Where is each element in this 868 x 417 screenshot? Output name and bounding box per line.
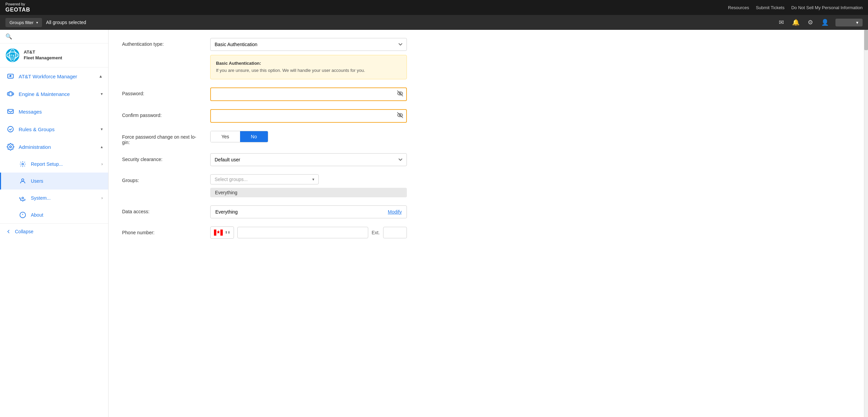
confirm-password-wrap <box>210 109 407 123</box>
sidebar: 🔍 AT&T AT&T Fleet Management AT&T Workfo… <box>0 30 108 417</box>
svg-text:AT&T: AT&T <box>8 54 17 57</box>
top-nav-links: Resources Submit Tickets Do Not Sell My … <box>728 5 863 10</box>
password-row: Password: <box>122 87 854 101</box>
groups-filter-label: Groups filter <box>9 20 34 25</box>
svg-point-17 <box>22 179 24 181</box>
no-button[interactable]: No <box>240 131 268 142</box>
svg-point-14 <box>8 126 14 132</box>
auth-type-select[interactable]: Basic Authentication MyGeotab SAML <box>210 38 407 51</box>
sidebar-subitem-system[interactable]: System... › <box>0 190 108 206</box>
force-password-toggle: Yes No <box>210 131 268 142</box>
workforce-icon <box>6 72 15 80</box>
engine-chevron-icon: ▾ <box>101 92 103 96</box>
sidebar-item-workforce[interactable]: AT&T Workforce Manager ▲ <box>0 67 108 85</box>
geotab-logo: Powered by GEOTAB <box>5 2 30 13</box>
password-eye-icon[interactable] <box>397 90 403 98</box>
sidebar-item-rules[interactable]: Rules & Groups ▾ <box>0 120 108 138</box>
groups-dropdown-arrow-icon: ▾ <box>312 177 314 182</box>
groups-filter-chevron: ▾ <box>36 21 38 24</box>
password-input[interactable] <box>210 87 407 101</box>
data-access-display: Everything Modify <box>210 205 407 218</box>
country-code-arrows: ⬆⬇ <box>225 231 230 234</box>
svg-point-15 <box>9 146 12 148</box>
confirm-password-eye-icon[interactable] <box>397 112 403 120</box>
sidebar-item-workforce-label: AT&T Workforce Manager <box>19 74 95 79</box>
rules-icon <box>6 125 15 133</box>
user-icon-button[interactable]: 👤 <box>820 17 830 27</box>
svg-point-16 <box>22 163 24 165</box>
att-logo-icon: AT&T <box>5 48 20 62</box>
sidebar-subitem-about-label: About <box>31 212 103 218</box>
about-icon <box>19 211 27 219</box>
groups-select-button[interactable]: Select groups... ▾ <box>210 174 319 184</box>
sidebar-item-admin[interactable]: Administration ▴ <box>0 138 108 156</box>
sidebar-subitem-users[interactable]: Users <box>0 173 108 190</box>
main-content: Authentication type: Basic Authenticatio… <box>108 30 868 417</box>
all-groups-text: All groups selected <box>46 20 86 25</box>
svg-rect-30 <box>220 230 223 236</box>
mail-icon-button[interactable]: ✉ <box>777 17 785 27</box>
groups-placeholder: Select groups... <box>215 177 312 182</box>
sidebar-search: 🔍 <box>0 30 108 43</box>
info-box-title: Basic Authentication: <box>216 61 261 66</box>
phone-country-selector[interactable]: ⬆⬇ <box>210 226 234 239</box>
svg-line-24 <box>397 91 403 96</box>
force-password-row: Force password change on next lo-gin: Ye… <box>122 131 854 145</box>
confirm-password-control <box>210 109 407 123</box>
phone-number-label: Phone number: <box>122 226 203 235</box>
svg-point-6 <box>9 75 12 77</box>
phone-number-input[interactable] <box>237 227 368 238</box>
submit-tickets-link[interactable]: Submit Tickets <box>756 5 785 10</box>
scroll-indicator[interactable] <box>864 30 868 417</box>
user-dropdown-button[interactable]: ▾ <box>835 19 863 26</box>
password-control <box>210 87 407 101</box>
force-password-control: Yes No <box>210 131 407 142</box>
yes-button[interactable]: Yes <box>211 131 240 142</box>
gear-icon-button[interactable]: ⚙ <box>806 17 814 27</box>
auth-type-control: Basic Authentication MyGeotab SAML Basic… <box>210 38 407 79</box>
bell-icon-button[interactable]: 🔔 <box>791 17 801 27</box>
svg-rect-8 <box>9 92 12 96</box>
security-clearance-select[interactable]: Default user Administrator View Only <box>210 153 407 166</box>
system-icon <box>19 194 27 202</box>
sidebar-item-engine[interactable]: Engine & Maintenance ▾ <box>0 85 108 103</box>
top-nav-left: Powered by GEOTAB <box>5 2 30 13</box>
force-password-label: Force password change on next lo-gin: <box>122 131 203 145</box>
rules-chevron-icon: ▾ <box>101 127 103 132</box>
svg-rect-29 <box>214 230 216 236</box>
sidebar-subitem-about[interactable]: About <box>0 206 108 223</box>
confirm-password-label: Confirm password: <box>122 109 203 118</box>
sidebar-item-engine-label: Engine & Maintenance <box>19 91 97 97</box>
svg-line-27 <box>397 112 403 118</box>
sidebar-subitem-report-setup[interactable]: Report Setup... › <box>0 156 108 173</box>
collapse-button[interactable]: Collapse <box>0 223 108 239</box>
collapse-icon <box>5 229 12 235</box>
resources-link[interactable]: Resources <box>728 5 749 10</box>
data-access-label: Data access: <box>122 205 203 214</box>
sidebar-item-messages[interactable]: Messages <box>0 103 108 120</box>
auth-type-label: Authentication type: <box>122 38 203 47</box>
do-not-sell-link[interactable]: Do Not Sell My Personal Information <box>791 5 863 10</box>
collapse-label: Collapse <box>15 229 33 234</box>
group-tag-everything: Everything <box>210 188 407 197</box>
logo-text: AT&T Fleet Management <box>24 49 62 61</box>
groups-control: Select groups... ▾ Everything <box>210 174 407 197</box>
engine-icon <box>6 90 15 98</box>
info-box-description: If you are unsure, use this option. We w… <box>216 68 365 73</box>
powered-by-label: Powered by <box>5 2 30 6</box>
modify-link[interactable]: Modify <box>388 209 402 215</box>
users-icon <box>19 177 27 185</box>
sidebar-subitem-report-setup-label: Report Setup... <box>31 161 97 167</box>
user-name <box>840 20 854 25</box>
sidebar-item-admin-label: Administration <box>19 144 97 150</box>
groups-filter-button[interactable]: Groups filter ▾ <box>5 18 42 27</box>
phone-ext-input[interactable] <box>383 227 407 238</box>
sidebar-subitem-system-label: System... <box>31 195 97 201</box>
search-icon: 🔍 <box>5 33 12 40</box>
auth-type-row: Authentication type: Basic Authenticatio… <box>122 38 854 79</box>
confirm-password-input[interactable] <box>210 109 407 123</box>
phone-wrap: ⬆⬇ Ext. <box>210 226 407 239</box>
admin-chevron-icon: ▴ <box>101 144 103 149</box>
report-setup-chevron-icon: › <box>101 162 103 166</box>
groups-label: Groups: <box>122 174 203 183</box>
